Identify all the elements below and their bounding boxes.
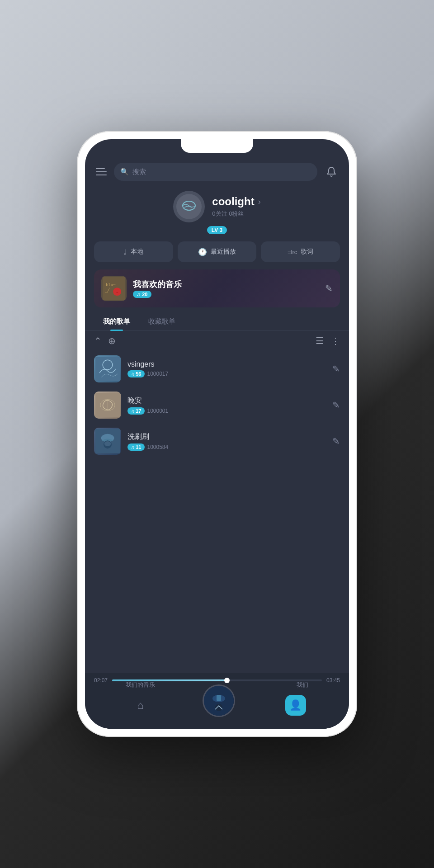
toolbar-icons-left: ⌃ ⊕: [94, 335, 309, 346]
profile-row: coolight › 0关注 0粉丝: [173, 191, 260, 222]
music-note-icon-w: ♫: [131, 408, 134, 414]
phone-frame: 🔍 搜索: [77, 131, 357, 737]
add-playlist-icon[interactable]: ⊕: [108, 335, 116, 346]
menu-line-2: [96, 171, 107, 172]
profile-nav-button[interactable]: 👤: [285, 695, 306, 716]
tabs: 我的歌单 收藏歌单: [85, 313, 349, 331]
playlist-id-xishuashua: 1000584: [147, 444, 169, 450]
playlist-name-vsingers: vsingers: [127, 360, 326, 368]
featured-cover-image: blu~ _╱: [103, 277, 125, 300]
wanan-count: 17: [136, 408, 141, 414]
menu-line-1: [96, 168, 105, 169]
action-recent[interactable]: 🕐 最近播放: [178, 241, 257, 262]
playlist-info-xishuashua: 洗刷刷 ♫ 11 1000584: [127, 432, 326, 451]
local-label: 本地: [131, 248, 143, 256]
music-note-icon-v: ♫: [131, 371, 134, 377]
featured-count: 20: [142, 292, 147, 297]
menu-button[interactable]: [94, 166, 108, 177]
search-icon: 🔍: [120, 168, 129, 176]
quick-actions: ♩ 本地 🕐 最近播放 ≡lrc 歌词: [85, 241, 349, 269]
playlist-toolbar: ⌃ ⊕ ☰ ⋮: [85, 331, 349, 351]
phone-screen: 🔍 搜索: [85, 139, 349, 729]
menu-line-3: [96, 175, 107, 175]
recent-icon: 🕐: [198, 248, 207, 256]
avatar[interactable]: [173, 191, 205, 222]
profile-name: coolight: [212, 195, 254, 208]
svg-point-0: [176, 194, 202, 219]
svg-point-14: [104, 441, 111, 446]
cover-xishuashua-image: [95, 429, 120, 453]
bottom-player: 02:07 03:45 我们的音乐 我们 ⌂: [85, 673, 349, 729]
vsingers-count: 56: [136, 371, 141, 377]
header: 🔍 搜索: [85, 159, 349, 186]
svg-text:blu~: blu~: [106, 283, 115, 287]
cover-wanan-image: [95, 393, 120, 417]
playlist-cover-vsingers: [94, 355, 121, 382]
song-count-badge-wanan: ♫ 17: [127, 407, 145, 415]
action-local[interactable]: ♩ 本地: [94, 241, 173, 262]
featured-song-count-badge: ♫ 20: [133, 291, 151, 298]
profile-name-row: coolight ›: [212, 195, 260, 208]
featured-playlist[interactable]: blu~ _╱ 我喜欢的音乐 ♫ 20 ✎: [94, 269, 340, 307]
tab-my-playlist[interactable]: 我的歌单: [94, 313, 139, 330]
playlist-meta-xishuashua: ♫ 11 1000584: [127, 443, 326, 451]
playlist-meta-wanan: ♫ 17 1000001: [127, 407, 326, 415]
playlist-name-xishuashua: 洗刷刷: [127, 432, 326, 442]
playlist-cover-xishuashua: [94, 428, 121, 455]
svg-rect-17: [217, 695, 221, 701]
song-count-badge-vsingers: ♫ 56: [127, 370, 145, 377]
notification-button[interactable]: [323, 163, 340, 180]
music-note-icon: ♫: [137, 292, 140, 297]
song-title: 我们的音乐: [126, 681, 155, 689]
featured-info: 我喜欢的音乐 ♫ 20: [133, 279, 319, 298]
svg-text:_╱: _╱: [104, 288, 110, 293]
tab-my-label: 我的歌单: [103, 317, 130, 325]
edit-icon-wanan[interactable]: ✎: [332, 400, 340, 410]
now-playing-cover: [204, 686, 234, 716]
search-placeholder: 搜索: [132, 168, 146, 176]
featured-title: 我喜欢的音乐: [133, 279, 319, 290]
profile-chevron-icon[interactable]: ›: [258, 197, 261, 207]
xishuashua-count: 11: [136, 444, 141, 450]
playlist-id-vsingers: 1000017: [147, 371, 169, 377]
playlist-name-wanan: 晚安: [127, 396, 326, 406]
home-nav-button[interactable]: ⌂: [128, 696, 153, 714]
playlist-info-wanan: 晚安 ♫ 17 1000001: [127, 396, 326, 415]
playlist-cover-wanan: [94, 392, 121, 419]
home-icon: ⌂: [137, 699, 144, 712]
cover-vsingers-image: [95, 357, 120, 381]
music-note-icon-x: ♫: [131, 444, 134, 450]
playlist-info-vsingers: vsingers ♫ 56 1000017: [127, 360, 326, 377]
playlist-item-vsingers[interactable]: vsingers ♫ 56 1000017 ✎: [94, 351, 340, 387]
profile-stats: 0关注 0粉丝: [212, 210, 260, 218]
svg-point-18: [215, 704, 222, 711]
now-playing-button[interactable]: [203, 684, 235, 717]
profile-icon: 👤: [289, 699, 302, 711]
playlist-id-wanan: 1000001: [147, 408, 169, 414]
svg-point-5: [113, 288, 121, 296]
edit-icon-vsingers[interactable]: ✎: [332, 363, 340, 374]
notch: [181, 139, 253, 153]
multi-select-icon[interactable]: ☰: [316, 335, 324, 346]
svg-rect-6: [95, 357, 120, 381]
action-lyrics[interactable]: ≡lrc 歌词: [261, 241, 340, 262]
recent-label: 最近播放: [211, 248, 236, 256]
toolbar-icons-right: ☰ ⋮: [316, 335, 340, 346]
featured-cover: blu~ _╱: [101, 276, 127, 301]
edit-icon-xishuashua[interactable]: ✎: [332, 436, 340, 447]
playlist-item-wanan[interactable]: 晚安 ♫ 17 1000001 ✎: [94, 387, 340, 423]
sort-up-icon[interactable]: ⌃: [94, 335, 102, 346]
search-bar[interactable]: 🔍 搜索: [114, 163, 317, 181]
avatar-image: [175, 193, 203, 220]
tab-collected[interactable]: 收藏歌单: [139, 313, 184, 330]
level-badge: LV 3: [207, 226, 227, 234]
more-options-icon[interactable]: ⋮: [331, 335, 340, 346]
lyrics-label: 歌词: [301, 248, 313, 256]
tab-collected-label: 收藏歌单: [148, 317, 175, 325]
playlist-item-xishuashua[interactable]: 洗刷刷 ♫ 11 1000584 ✎: [94, 423, 340, 459]
featured-edit-icon[interactable]: ✎: [325, 283, 333, 294]
bell-icon: [326, 166, 337, 177]
now-playing-art: [204, 686, 234, 716]
song-count-badge-xishuashua: ♫ 11: [127, 443, 145, 451]
song-artist: 我们: [297, 681, 308, 689]
